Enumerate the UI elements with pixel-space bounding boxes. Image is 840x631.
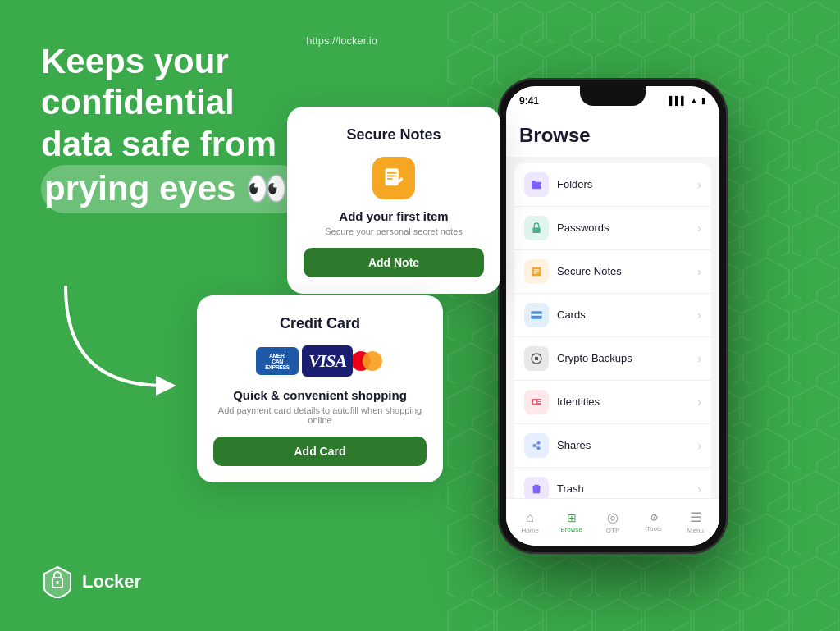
status-time: 9:41 xyxy=(519,95,539,107)
nav-menu[interactable]: ☰ Menu xyxy=(675,510,716,534)
phone-mockup: 9:41 ▌▌▌ ▲ ▮ Browse xyxy=(498,78,728,554)
secure-notes-label: Secure Notes xyxy=(557,265,697,277)
menu-icon: ☰ xyxy=(690,510,701,525)
browse-item-cards[interactable]: Cards › xyxy=(514,294,711,337)
add-note-button[interactable]: Add Note xyxy=(304,248,484,277)
browse-item-crypto[interactable]: Crypto Backups › xyxy=(514,337,711,381)
browse-icon: ⊞ xyxy=(567,511,577,524)
passwords-icon xyxy=(524,216,549,240)
crypto-icon xyxy=(524,346,549,371)
folders-chevron: › xyxy=(697,178,701,191)
visa-icon: VISA xyxy=(302,345,353,377)
secure-notes-item-subtitle: Secure your personal secret notes xyxy=(304,226,484,236)
trash-chevron: › xyxy=(697,482,701,496)
nav-home[interactable]: ⌂ Home xyxy=(509,510,550,534)
locker-logo-icon xyxy=(41,565,74,598)
otp-icon: ◎ xyxy=(607,510,619,525)
svg-rect-6 xyxy=(387,176,397,177)
svg-rect-25 xyxy=(57,581,59,584)
svg-rect-8 xyxy=(532,227,540,233)
credit-card-title: Credit Card xyxy=(213,315,427,332)
nav-browse[interactable]: ⊞ Browse xyxy=(550,511,591,533)
note-icon xyxy=(372,157,415,199)
credit-card-item-title: Quick & convenient shopping xyxy=(213,388,427,402)
passwords-label: Passwords xyxy=(557,222,697,234)
svg-rect-4 xyxy=(386,168,399,185)
folders-label: Folders xyxy=(557,178,697,190)
screen-content: Browse Folders › xyxy=(506,116,719,546)
cards-icon xyxy=(524,303,549,327)
credit-card-popup: Credit Card AMERICANEXPRESS VISA Quick &… xyxy=(197,295,443,482)
signal-icon: ▌▌▌ xyxy=(669,96,687,105)
cards-label: Cards xyxy=(557,309,697,321)
wifi-icon: ▲ xyxy=(690,96,698,105)
bottom-nav: ⌂ Home ⊞ Browse ◎ OTP ⚙ xyxy=(506,498,719,546)
crypto-label: Crypto Backups xyxy=(557,352,697,364)
svg-line-23 xyxy=(536,446,537,447)
svg-rect-11 xyxy=(534,272,537,273)
secure-notes-title: Secure Notes xyxy=(304,126,484,144)
add-card-button[interactable]: Add Card xyxy=(213,437,427,466)
phone-outer: 9:41 ▌▌▌ ▲ ▮ Browse xyxy=(498,78,728,554)
locker-logo: Locker xyxy=(41,565,141,598)
left-panel: https://locker.io Keeps your confidentia… xyxy=(0,0,410,631)
svg-rect-7 xyxy=(387,178,393,180)
trash-label: Trash xyxy=(557,482,697,495)
secure-notes-popup: Secure Notes Add your first item Secure … xyxy=(287,107,500,294)
phone-screen: 9:41 ▌▌▌ ▲ ▮ Browse xyxy=(506,86,719,546)
browse-item-secure-notes[interactable]: Secure Notes › xyxy=(514,250,711,294)
crypto-chevron: › xyxy=(697,352,701,365)
secure-notes-icon xyxy=(524,259,549,284)
nav-tools[interactable]: ⚙ Tools xyxy=(633,512,674,533)
status-icons: ▌▌▌ ▲ ▮ xyxy=(669,96,706,105)
browse-item-folders[interactable]: Folders › xyxy=(514,163,711,207)
browse-item-identities[interactable]: Identities › xyxy=(514,381,711,424)
arrow-decoration xyxy=(49,254,213,418)
svg-rect-10 xyxy=(534,271,540,272)
nav-otp[interactable]: ◎ OTP xyxy=(592,510,633,534)
url-text: https://locker.io xyxy=(306,34,377,47)
svg-line-22 xyxy=(536,443,537,444)
mastercard-icon xyxy=(349,347,384,375)
amex-icon: AMERICANEXPRESS xyxy=(256,347,299,375)
browse-title: Browse xyxy=(519,124,706,147)
svg-marker-3 xyxy=(156,376,176,396)
phone-notch xyxy=(580,86,646,106)
folders-icon xyxy=(524,172,549,197)
cards-chevron: › xyxy=(697,309,701,322)
passwords-chevron: › xyxy=(697,222,701,235)
svg-rect-18 xyxy=(537,402,540,403)
svg-rect-13 xyxy=(531,313,541,315)
svg-point-16 xyxy=(533,400,536,404)
identities-icon xyxy=(524,390,549,414)
svg-rect-9 xyxy=(534,269,540,270)
locker-brand-name: Locker xyxy=(82,571,141,592)
right-panel: 9:41 ▌▌▌ ▲ ▮ Browse xyxy=(410,0,840,631)
home-icon: ⌂ xyxy=(526,510,534,525)
browse-item-shares[interactable]: Shares › xyxy=(514,424,711,468)
headline-line3: prying eyes 👀 xyxy=(44,168,288,209)
browse-header: Browse xyxy=(506,116,719,157)
identities-chevron: › xyxy=(697,396,701,409)
shares-icon xyxy=(524,433,549,458)
svg-rect-17 xyxy=(537,400,540,401)
identities-label: Identities xyxy=(557,396,697,408)
tools-icon: ⚙ xyxy=(650,512,659,524)
secure-notes-chevron: › xyxy=(697,265,701,278)
secure-notes-item-title: Add your first item xyxy=(304,209,484,223)
browse-item-passwords[interactable]: Passwords › xyxy=(514,207,711,250)
browse-list: Folders › Passwords › xyxy=(514,163,711,510)
svg-rect-5 xyxy=(387,172,397,174)
card-brand-icons: AMERICANEXPRESS VISA xyxy=(213,345,427,377)
credit-card-item-subtitle: Add payment card details to autofill whe… xyxy=(213,405,427,425)
shares-label: Shares xyxy=(557,439,697,451)
shares-chevron: › xyxy=(697,439,701,452)
battery-icon: ▮ xyxy=(701,96,706,105)
